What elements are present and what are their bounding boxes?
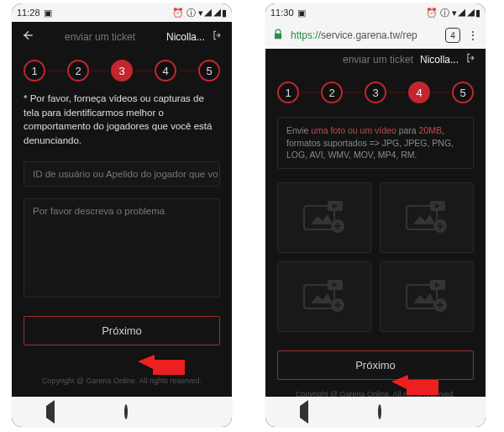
next-button[interactable]: Próximo — [277, 350, 474, 380]
logout-icon[interactable] — [465, 52, 477, 66]
nav-home-icon[interactable] — [124, 406, 128, 418]
page-title: enviar um ticket — [40, 31, 160, 43]
overflow-menu-icon[interactable]: ⋮ — [467, 29, 479, 42]
footer-copyright: Copyright @ Garena Online. All rights re… — [12, 366, 232, 390]
nav-back-icon[interactable] — [300, 406, 308, 418]
step-2: 2 — [67, 60, 89, 82]
app-screen: enviar um ticket Nicolla... 1 2 3 4 5 En… — [265, 49, 486, 397]
back-icon[interactable] — [20, 29, 34, 45]
android-nav-bar — [12, 397, 232, 427]
status-app-icon: ▣ — [44, 8, 52, 18]
upload-slot[interactable] — [277, 182, 371, 253]
status-time: 11:30 — [270, 8, 294, 18]
page-title: enviar um ticket — [274, 54, 413, 66]
browser-address-bar[interactable]: https://service.garena.tw/rep 4 ⋮ — [265, 22, 486, 49]
tab-count-button[interactable]: 4 — [445, 28, 460, 43]
upload-grid — [277, 182, 474, 332]
step-2: 2 — [321, 82, 343, 103]
step-3: 3 — [111, 60, 133, 82]
step-5: 5 — [452, 82, 474, 103]
app-header: enviar um ticket Nicolla... — [12, 22, 232, 51]
svg-marker-8 — [413, 214, 435, 224]
status-bar: 11:28 ▣ ⏰ ⓘ ▾◢◢▮ — [12, 3, 232, 22]
status-app-icon: ▣ — [297, 8, 306, 18]
step-indicator: 1 2 3 4 5 — [12, 51, 232, 92]
app-header: enviar um ticket Nicolla... — [265, 49, 486, 73]
nav-home-icon[interactable] — [378, 406, 381, 418]
url-text: https://service.garena.tw/rep — [291, 29, 438, 41]
instructions-text: * Por favor, forneça vídeos ou capturas … — [12, 92, 232, 158]
step-1: 1 — [277, 82, 299, 103]
step-4: 4 — [408, 82, 430, 103]
app-screen: enviar um ticket Nicolla... 1 2 3 4 5 * … — [12, 22, 232, 397]
svg-marker-18 — [413, 293, 435, 303]
user-name: Nicolla... — [166, 31, 205, 43]
step-indicator: 1 2 3 4 5 — [265, 73, 486, 113]
user-name: Nicolla... — [420, 54, 459, 66]
upload-slot[interactable] — [277, 261, 371, 332]
upload-hint: Envie uma foto ou um vídeo para 20MB, fo… — [277, 117, 474, 169]
status-bar: 11:30 ▣ ⏰ ⓘ ▾◢◢▮ — [265, 3, 486, 22]
upload-slot[interactable] — [380, 182, 474, 253]
logout-icon[interactable] — [212, 29, 223, 44]
step-1: 1 — [24, 60, 45, 82]
next-button[interactable]: Próximo — [24, 316, 220, 345]
nav-back-icon[interactable] — [46, 406, 55, 418]
android-nav-bar — [265, 397, 486, 427]
status-time: 11:28 — [17, 8, 40, 18]
svg-marker-3 — [311, 214, 333, 224]
player-id-input[interactable]: ID de usuário ou Apelido do jogador que … — [24, 161, 220, 187]
status-right-icons: ⏰ ⓘ ▾◢◢▮ — [172, 7, 227, 19]
upload-slot[interactable] — [380, 261, 474, 332]
problem-textarea[interactable]: Por favor descreva o problema — [24, 198, 220, 298]
step-3: 3 — [365, 82, 386, 103]
footer-copyright: Copyright @ Garena Online. All rights re… — [265, 380, 486, 397]
step-4: 4 — [155, 60, 176, 82]
status-right-icons: ⏰ ⓘ ▾◢◢▮ — [426, 7, 480, 19]
lock-icon — [272, 29, 284, 43]
phone-left: 11:28 ▣ ⏰ ⓘ ▾◢◢▮ enviar um ticket Nicoll… — [12, 3, 232, 427]
step-5: 5 — [198, 60, 220, 82]
svg-marker-13 — [311, 293, 333, 303]
phone-right: 11:30 ▣ ⏰ ⓘ ▾◢◢▮ https://service.garena.… — [265, 3, 486, 427]
